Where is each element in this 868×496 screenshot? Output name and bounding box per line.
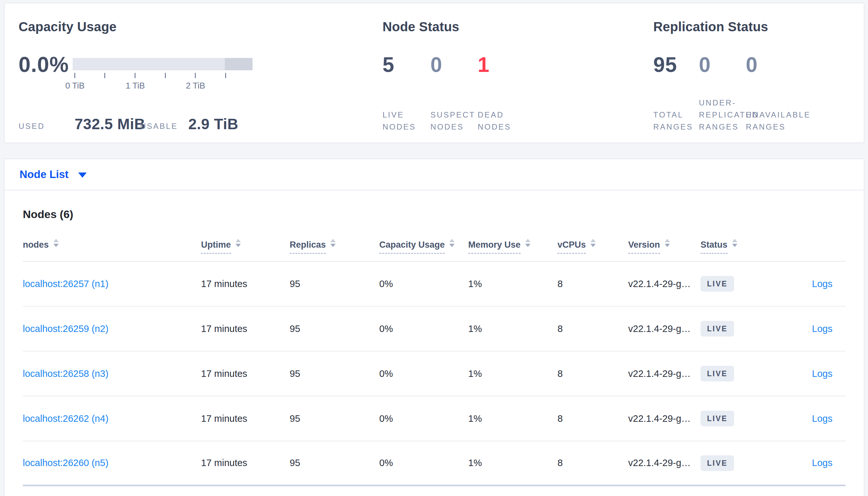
nodes-table-section: Nodes (6) nodes Uptime Replicas Capacity… bbox=[4, 208, 864, 486]
live-nodes-stat: 5 LIVE NODES bbox=[383, 53, 430, 133]
node-link[interactable]: localhost:26257 (n1) bbox=[23, 279, 108, 289]
sort-icon bbox=[732, 239, 737, 247]
under-replicated-ranges-value: 0 bbox=[699, 53, 711, 77]
column-header-version[interactable]: Version bbox=[628, 239, 701, 254]
nodes-table-header-row: nodes Uptime Replicas Capacity Usage Mem… bbox=[23, 239, 845, 262]
node-status-title: Node Status bbox=[383, 19, 460, 34]
uptime-cell: 17 minutes bbox=[201, 324, 290, 334]
chevron-down-icon bbox=[78, 172, 87, 178]
node-link[interactable]: localhost:26262 (n4) bbox=[23, 413, 108, 424]
replicas-cell: 95 bbox=[290, 279, 379, 289]
unavailable-ranges-label: UNAVAILABLE RANGES bbox=[746, 109, 811, 133]
used-label: USED bbox=[18, 122, 45, 131]
live-nodes-value: 5 bbox=[383, 53, 394, 77]
capacity-cell: 0% bbox=[379, 368, 468, 379]
vcpus-cell: 8 bbox=[557, 368, 628, 379]
suspect-nodes-value: 0 bbox=[430, 53, 443, 77]
table-row: localhost:26259 (n2) 17 minutes 95 0% 1%… bbox=[23, 307, 845, 352]
capacity-usage-details: USED 732.5 MiB USABLE 2.9 TiB bbox=[18, 115, 266, 134]
axis-tick bbox=[104, 73, 105, 78]
sort-icon bbox=[449, 239, 454, 247]
capacity-cell: 0% bbox=[379, 413, 468, 424]
logs-link[interactable]: Logs bbox=[812, 279, 833, 289]
node-list-dropdown[interactable]: Node List bbox=[19, 168, 87, 181]
column-header-vcpus[interactable]: vCPUs bbox=[557, 239, 628, 254]
logs-link[interactable]: Logs bbox=[812, 413, 833, 424]
sort-icon bbox=[54, 239, 59, 247]
column-header-memory-use[interactable]: Memory Use bbox=[468, 239, 557, 254]
vcpus-cell: 8 bbox=[557, 458, 628, 468]
vcpus-cell: 8 bbox=[557, 413, 628, 424]
capacity-cell: 0% bbox=[379, 279, 468, 289]
total-ranges-value: 95 bbox=[653, 53, 677, 77]
suspect-nodes-label: SUSPECT NODES bbox=[430, 109, 475, 133]
table-row: localhost:26258 (n3) 17 minutes 95 0% 1%… bbox=[23, 352, 845, 397]
logs-link[interactable]: Logs bbox=[812, 324, 833, 334]
column-header-replicas[interactable]: Replicas bbox=[290, 239, 379, 254]
status-badge: LIVE bbox=[701, 366, 734, 382]
axis-tick bbox=[225, 73, 226, 78]
dead-nodes-value: 1 bbox=[478, 53, 490, 77]
logs-link[interactable]: Logs bbox=[812, 458, 833, 468]
sort-icon bbox=[525, 239, 530, 247]
status-badge: LIVE bbox=[701, 321, 734, 337]
column-header-nodes[interactable]: nodes bbox=[23, 239, 201, 253]
view-selector-bar: Node List bbox=[4, 159, 864, 190]
memory-cell: 1% bbox=[468, 368, 557, 379]
used-value: 732.5 MiB bbox=[75, 115, 145, 133]
version-cell: v22.1.4-29-g… bbox=[628, 368, 701, 379]
capacity-bar-track bbox=[73, 58, 253, 70]
cluster-summary-card: Capacity Usage 0.0% 0 TiB 1 TiB 2 TiB US… bbox=[4, 3, 864, 143]
version-cell: v22.1.4-29-g… bbox=[628, 413, 701, 424]
usable-label: USABLE bbox=[140, 122, 178, 131]
nodes-table-title: Nodes (6) bbox=[23, 208, 845, 221]
axis-tick-label: 0 TiB bbox=[65, 81, 85, 91]
node-link[interactable]: localhost:26259 (n2) bbox=[23, 324, 108, 334]
memory-cell: 1% bbox=[468, 458, 557, 468]
capacity-cell: 0% bbox=[379, 458, 468, 468]
sort-icon bbox=[665, 239, 670, 247]
table-row: localhost:26262 (n4) 17 minutes 95 0% 1%… bbox=[23, 397, 845, 441]
unavailable-ranges-stat: 0 UNAVAILABLE RANGES bbox=[746, 53, 824, 133]
dead-nodes-label: DEAD NODES bbox=[478, 109, 511, 133]
capacity-bar: 0 TiB 1 TiB 2 TiB bbox=[73, 58, 253, 104]
column-header-uptime[interactable]: Uptime bbox=[201, 239, 290, 254]
status-badge: LIVE bbox=[701, 411, 734, 427]
node-list-dropdown-label: Node List bbox=[19, 168, 69, 181]
axis-tick-label: 1 TiB bbox=[125, 81, 145, 91]
axis-tick bbox=[165, 73, 166, 78]
sort-icon bbox=[590, 239, 596, 247]
under-replicated-ranges-stat: 0 UNDER- REPLICATED RANGES bbox=[699, 53, 746, 133]
version-cell: v22.1.4-29-g… bbox=[628, 458, 701, 468]
capacity-usage-title: Capacity Usage bbox=[18, 19, 117, 34]
version-cell: v22.1.4-29-g… bbox=[628, 279, 701, 289]
uptime-cell: 17 minutes bbox=[201, 279, 290, 289]
dead-nodes-stat: 1 DEAD NODES bbox=[478, 53, 549, 133]
memory-cell: 1% bbox=[468, 279, 557, 289]
uptime-cell: 17 minutes bbox=[201, 368, 290, 379]
table-row: localhost:26260 (n5) 17 minutes 95 0% 1%… bbox=[23, 441, 845, 486]
sort-icon bbox=[236, 239, 241, 247]
memory-cell: 1% bbox=[468, 324, 557, 334]
column-header-status[interactable]: Status bbox=[701, 239, 776, 254]
column-header-capacity-usage[interactable]: Capacity Usage bbox=[379, 239, 468, 254]
total-ranges-label: TOTAL RANGES bbox=[653, 109, 693, 133]
version-cell: v22.1.4-29-g… bbox=[628, 324, 701, 334]
capacity-cell: 0% bbox=[379, 324, 468, 334]
node-link[interactable]: localhost:26258 (n3) bbox=[23, 368, 108, 379]
axis-tick bbox=[135, 73, 136, 78]
capacity-bar-dark-segment bbox=[225, 58, 253, 70]
vcpus-cell: 8 bbox=[557, 279, 628, 289]
status-badge: LIVE bbox=[701, 455, 734, 471]
vcpus-cell: 8 bbox=[557, 324, 628, 334]
total-ranges-stat: 95 TOTAL RANGES bbox=[653, 53, 699, 133]
memory-cell: 1% bbox=[468, 413, 557, 424]
uptime-cell: 17 minutes bbox=[201, 413, 290, 424]
replicas-cell: 95 bbox=[290, 368, 379, 379]
replicas-cell: 95 bbox=[290, 324, 379, 334]
unavailable-ranges-value: 0 bbox=[746, 53, 758, 77]
node-link[interactable]: localhost:26260 (n5) bbox=[23, 458, 108, 468]
live-nodes-label: LIVE NODES bbox=[383, 109, 416, 133]
logs-link[interactable]: Logs bbox=[812, 368, 833, 379]
replication-status-title: Replication Status bbox=[653, 19, 768, 34]
